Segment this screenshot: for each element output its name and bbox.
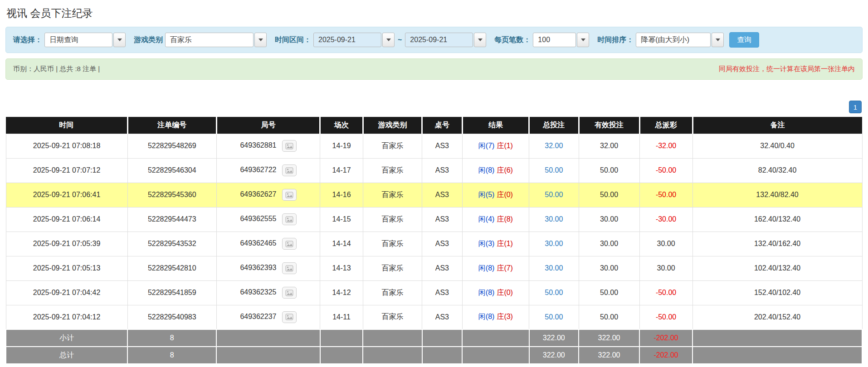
total-bet-link[interactable]: 30.00 <box>545 264 563 272</box>
round-replay-icon[interactable] <box>282 238 297 250</box>
result-player: 闲(8) <box>478 313 495 320</box>
round-number: 649362393 <box>240 264 276 271</box>
table-row: 2025-09-21 07:06:14 522829544473 6493625… <box>6 207 862 232</box>
cell-table: AS3 <box>422 232 463 256</box>
cell-total-bet: 50.00 <box>529 280 579 305</box>
page-title: 视讯 会员下注纪录 <box>6 6 862 20</box>
summary-notice: 同局有效投注，统一计算在该局第一张注单内 <box>719 65 855 73</box>
total-bet-link[interactable]: 30.00 <box>545 240 563 247</box>
cell-note: 202.40/152.40 <box>692 305 862 329</box>
chevron-down-icon[interactable] <box>712 33 724 47</box>
caret-icon <box>478 39 483 41</box>
result-player: 闲(7) <box>478 142 495 150</box>
chevron-down-icon[interactable] <box>113 33 126 47</box>
pagination: 1 <box>6 101 862 113</box>
cell-valid-bet: 30.00 <box>579 256 639 280</box>
cell-valid-bet: 50.00 <box>579 305 639 329</box>
game-type-select[interactable]: 百家乐 <box>165 33 267 47</box>
result-player: 闲(5) <box>478 191 495 198</box>
cell-session: 14-14 <box>320 232 363 256</box>
cell-time: 2025-09-21 07:05:13 <box>6 256 127 280</box>
cell-session: 14-12 <box>320 280 363 305</box>
caret-icon <box>581 39 585 41</box>
date-from-picker[interactable]: 2025-09-21 <box>313 33 395 47</box>
cell-payout: 30.00 <box>639 256 692 280</box>
total-bet-link[interactable]: 50.00 <box>545 166 563 174</box>
round-replay-icon[interactable] <box>282 189 297 201</box>
page-size-value[interactable]: 100 <box>533 33 576 47</box>
round-number: 649362627 <box>240 190 276 198</box>
page-size-label: 每页笔数： <box>494 35 531 45</box>
subtotal-total-bet: 322.00 <box>529 329 579 347</box>
caret-icon <box>386 39 391 41</box>
subtotal-payout: -202.00 <box>639 329 692 347</box>
date-type-value[interactable]: 日期查询 <box>44 33 112 47</box>
cell-payout: -50.00 <box>639 183 692 207</box>
col-valid-bet: 有效投注 <box>579 117 639 134</box>
round-replay-icon[interactable] <box>282 262 297 274</box>
caret-icon <box>117 39 122 41</box>
cell-round: 649362881 <box>216 134 320 158</box>
total-empty-cell <box>692 347 862 364</box>
cell-bet-id: 522829546304 <box>127 158 216 183</box>
sort-select[interactable]: 降幂(由大到小) <box>636 33 724 47</box>
round-replay-icon[interactable] <box>282 164 297 176</box>
total-bet-link[interactable]: 50.00 <box>545 191 563 198</box>
cell-bet-id: 522829540983 <box>127 305 216 329</box>
cell-note: 32.40/0.40 <box>692 134 862 158</box>
bet-records-table: 时间 注单编号 局号 场次 游戏类别 桌号 结果 总投注 有效投注 总派彩 备注… <box>5 117 863 364</box>
cell-note: 82.40/32.40 <box>692 158 862 183</box>
date-to-picker[interactable]: 2025-09-21 <box>405 33 486 47</box>
total-label: 总计 <box>6 347 127 364</box>
chevron-down-icon[interactable] <box>254 33 267 47</box>
cell-time: 2025-09-21 07:06:14 <box>6 207 127 232</box>
date-to-value[interactable]: 2025-09-21 <box>405 33 473 47</box>
page-button-1[interactable]: 1 <box>849 101 862 113</box>
cell-bet-id: 522829548269 <box>127 134 216 158</box>
result-player: 闲(8) <box>478 289 495 296</box>
cell-payout: -30.00 <box>639 207 692 232</box>
cell-round: 649362237 <box>216 305 320 329</box>
round-replay-icon[interactable] <box>282 140 297 152</box>
total-bet-link[interactable]: 50.00 <box>545 289 563 296</box>
sort-value[interactable]: 降幂(由大到小) <box>636 33 711 47</box>
col-game: 游戏类别 <box>363 117 422 134</box>
date-from-value[interactable]: 2025-09-21 <box>313 33 381 47</box>
chevron-down-icon[interactable] <box>474 33 486 47</box>
total-bet-link[interactable]: 32.00 <box>545 142 563 150</box>
cell-game: 百家乐 <box>363 207 422 232</box>
round-replay-icon[interactable] <box>282 213 297 225</box>
game-type-value[interactable]: 百家乐 <box>165 33 254 47</box>
total-bet-link[interactable]: 50.00 <box>545 313 563 321</box>
round-replay-icon[interactable] <box>282 287 297 299</box>
subtotal-empty-cell <box>462 329 529 347</box>
chevron-down-icon[interactable] <box>577 33 589 47</box>
filter-bar: 请选择： 日期查询 游戏类别 百家乐 时间区间： 2025-09-21 ~ 20… <box>5 27 863 53</box>
cell-game: 百家乐 <box>363 305 422 329</box>
range-separator: ~ <box>398 36 402 44</box>
total-bet-link[interactable]: 30.00 <box>545 215 563 223</box>
table-row: 2025-09-21 07:05:39 522829543532 6493624… <box>6 232 862 256</box>
result-banker: 庄(1) <box>497 240 513 247</box>
round-replay-icon[interactable] <box>282 311 297 323</box>
cell-bet-id: 522829544473 <box>127 207 216 232</box>
cell-time: 2025-09-21 07:06:41 <box>6 183 127 207</box>
cell-bet-id: 522829543532 <box>127 232 216 256</box>
cell-payout: -50.00 <box>639 158 692 183</box>
chevron-down-icon[interactable] <box>382 33 395 47</box>
table-footer: 小计 8 322.00 322.00 -202.00 总计 8 <box>6 329 862 364</box>
date-type-select[interactable]: 日期查询 <box>44 33 126 47</box>
total-row: 总计 8 322.00 322.00 -202.00 <box>6 347 862 364</box>
cell-result: 闲(5)庄(0) <box>462 183 529 207</box>
cell-time: 2025-09-21 07:04:12 <box>6 305 127 329</box>
cell-session: 14-11 <box>320 305 363 329</box>
cell-game: 百家乐 <box>363 232 422 256</box>
page-size-select[interactable]: 100 <box>533 33 589 47</box>
total-valid-bet: 322.00 <box>579 347 639 364</box>
subtotal-label: 小计 <box>6 329 127 347</box>
cell-total-bet: 30.00 <box>529 207 579 232</box>
result-banker: 庄(0) <box>497 289 513 296</box>
search-button[interactable]: 查询 <box>729 32 759 48</box>
round-number: 649362555 <box>240 215 276 222</box>
cell-bet-id: 522829541859 <box>127 280 216 305</box>
